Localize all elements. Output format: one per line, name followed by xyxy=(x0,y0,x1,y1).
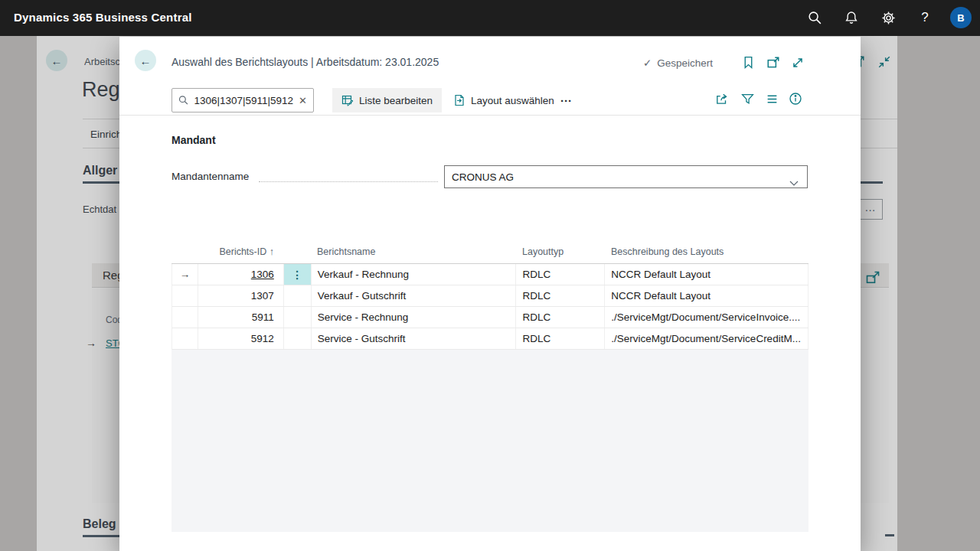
layout-description-cell: NCCR Default Layout xyxy=(605,264,808,285)
report-name-cell: Service - Rechnung xyxy=(312,307,517,328)
report-id-cell[interactable]: 5911 xyxy=(252,311,274,323)
avatar[interactable]: B xyxy=(950,7,972,28)
edit-list-label: Liste bearbeiten xyxy=(359,95,433,106)
report-id-cell[interactable]: 1307 xyxy=(251,290,274,302)
layout-type-cell: RDLC xyxy=(516,285,605,306)
report-layout-table: → 1306 ⋮ Verkauf - Rechnung RDLC NCCR De… xyxy=(172,264,808,350)
search-value: 1306|1307|5911|5912 xyxy=(194,95,293,106)
notifications-button[interactable] xyxy=(842,8,861,27)
more-actions-button[interactable]: ··· xyxy=(551,88,581,112)
search-icon xyxy=(808,11,822,25)
report-name-cell: Verkauf - Gutschrift xyxy=(312,285,517,306)
company-name-value: CRONUS AG xyxy=(452,171,514,183)
list-icon xyxy=(766,93,779,106)
column-header-report-id[interactable]: Berichts-ID ↑ xyxy=(198,246,283,257)
save-status: ✓ Gespeichert xyxy=(643,57,713,69)
gear-icon xyxy=(881,11,896,25)
report-name-cell: Service - Gutschrift xyxy=(312,328,517,349)
table-empty-area xyxy=(172,350,808,532)
settings-button[interactable] xyxy=(879,8,897,27)
avatar-initial: B xyxy=(957,12,964,24)
bell-icon xyxy=(844,11,858,24)
filter-button[interactable] xyxy=(740,92,754,106)
column-header-layout-description[interactable]: Beschreibung des Layouts xyxy=(611,246,724,257)
select-layout-button[interactable]: Layout auswählen xyxy=(444,88,564,112)
bookmark-button[interactable] xyxy=(741,55,756,70)
column-header-layout-type[interactable]: Layouttyp xyxy=(522,246,564,257)
check-icon: ✓ xyxy=(643,57,652,69)
layout-type-cell: RDLC xyxy=(516,264,605,285)
help-icon: ? xyxy=(921,10,928,25)
open-in-window-button[interactable] xyxy=(766,55,780,70)
table-row[interactable]: 5912 Service - Gutschrift RDLC ./Service… xyxy=(172,328,808,350)
save-status-label: Gespeichert xyxy=(657,57,713,69)
report-name-cell: Verkauf - Rechnung xyxy=(312,264,517,285)
group-title: Mandant xyxy=(172,134,216,146)
layout-description-cell: ./ServiceMgt/Document/ServiceInvoice.... xyxy=(605,307,808,328)
view-list-button[interactable] xyxy=(765,92,779,106)
company-name-label: Mandantenname xyxy=(172,171,249,182)
clear-search-icon[interactable]: ✕ xyxy=(299,95,307,106)
sort-ascending-icon: ↑ xyxy=(270,246,274,257)
company-name-select[interactable]: CRONUS AG xyxy=(444,165,808,188)
select-layout-icon xyxy=(453,94,466,106)
report-id-cell[interactable]: 5912 xyxy=(251,333,274,344)
help-button[interactable]: ? xyxy=(916,8,934,27)
layout-description-cell: ./ServiceMgt/Document/ServiceCreditM... xyxy=(605,328,808,349)
dotted-leader xyxy=(259,181,438,182)
filter-icon xyxy=(741,93,754,106)
info-button[interactable] xyxy=(789,92,802,106)
share-icon xyxy=(715,92,729,106)
layout-type-cell: RDLC xyxy=(516,328,605,349)
bookmark-icon xyxy=(742,56,755,69)
select-layout-label: Layout auswählen xyxy=(471,95,554,106)
report-id-link[interactable]: 1306 xyxy=(251,269,274,280)
open-in-window-icon xyxy=(766,56,780,70)
search-button[interactable] xyxy=(805,8,824,27)
modal-back-button[interactable]: ← xyxy=(135,50,156,71)
app-title[interactable]: Dynamics 365 Business Central xyxy=(14,11,192,24)
edit-list-button[interactable]: Liste bearbeiten xyxy=(332,88,442,112)
search-input[interactable]: 1306|1307|5911|5912 ✕ xyxy=(172,88,314,112)
ellipsis-icon: ··· xyxy=(560,94,572,107)
table-row[interactable]: 5911 Service - Rechnung RDLC ./ServiceMg… xyxy=(172,307,808,328)
layout-type-cell: RDLC xyxy=(516,307,605,328)
row-menu-icon[interactable]: ⋮ xyxy=(284,264,312,285)
divider xyxy=(119,115,861,116)
report-layout-selection-dialog: ← Auswahl des Berichtslayouts | Arbeitsd… xyxy=(119,37,861,551)
table-row[interactable]: 1307 Verkauf - Gutschrift RDLC NCCR Defa… xyxy=(172,285,808,307)
search-icon xyxy=(178,95,188,106)
share-button[interactable] xyxy=(715,92,729,106)
layout-description-cell: NCCR Default Layout xyxy=(605,285,808,306)
table-row[interactable]: → 1306 ⋮ Verkauf - Rechnung RDLC NCCR De… xyxy=(172,264,808,285)
info-icon xyxy=(789,92,802,106)
expand-icon xyxy=(791,56,805,70)
back-arrow-icon: ← xyxy=(140,54,152,67)
column-header-report-name[interactable]: Berichtsname xyxy=(317,246,375,257)
chevron-down-icon xyxy=(789,181,799,186)
expand-button[interactable] xyxy=(790,55,805,70)
app-header: Dynamics 365 Business Central ? B xyxy=(0,0,980,36)
active-row-indicator-icon: → xyxy=(172,264,198,285)
dialog-title: Auswahl des Berichtslayouts | Arbeitsdat… xyxy=(172,56,439,68)
edit-list-icon xyxy=(341,94,354,106)
